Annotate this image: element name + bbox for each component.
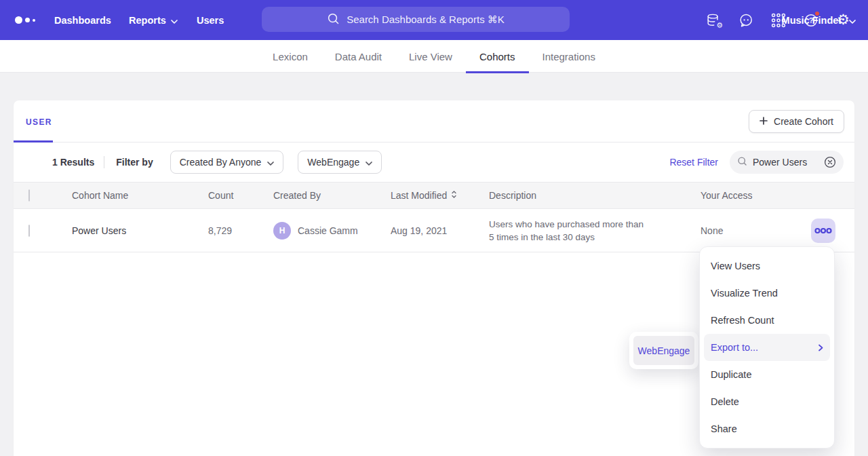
tab-lexicon[interactable]: Lexicon: [273, 40, 308, 73]
cohort-type-header: USER Create Cohort: [14, 100, 854, 142]
tab-live-view[interactable]: Live View: [409, 40, 452, 73]
messages-icon[interactable]: [738, 12, 753, 28]
tab-data-audit[interactable]: Data Audit: [335, 40, 382, 73]
menu-item-refresh-count[interactable]: Refresh Count: [700, 307, 834, 334]
created-by-filter-dropdown[interactable]: Created By Anyone: [170, 151, 284, 174]
export-to-label: Export to...: [711, 342, 758, 353]
database-settings-icon[interactable]: ⚙: [705, 12, 721, 28]
menu-item-duplicate[interactable]: Duplicate: [700, 361, 834, 388]
created-by-cell: H Cassie Gamm: [259, 222, 376, 240]
avatar: H: [273, 222, 291, 240]
create-cohort-label: Create Cohort: [774, 116, 833, 127]
mini-gear-icon: ⚙: [715, 21, 724, 30]
results-count: 1 Results: [52, 157, 94, 168]
reset-filter-link[interactable]: Reset Filter: [669, 157, 718, 168]
search-icon: [737, 156, 747, 169]
tab-user-cohorts[interactable]: USER: [26, 117, 52, 127]
account-name: Music Finder: [782, 15, 842, 26]
create-cohort-button[interactable]: Create Cohort: [749, 110, 844, 133]
nav-dashboards[interactable]: Dashboards: [54, 0, 111, 40]
row-checkbox[interactable]: [28, 225, 30, 237]
menu-item-delete[interactable]: Delete: [700, 388, 834, 415]
nav-dashboards-label: Dashboards: [54, 15, 111, 26]
tab-integrations[interactable]: Integrations: [542, 40, 595, 73]
cohort-search-input[interactable]: Power Users: [730, 151, 844, 174]
column-header-description: Description: [475, 190, 673, 201]
table-header-row: Cohort Name Count Created By Last Modifi…: [14, 182, 854, 209]
export-to-submenu: WebEngage: [629, 332, 698, 369]
global-search-input[interactable]: Search Dashboards & Reports ⌘K: [262, 7, 570, 32]
menu-item-view-users[interactable]: View Users: [700, 252, 834, 280]
nav-reports[interactable]: Reports: [129, 0, 178, 40]
nav-users-label: Users: [197, 15, 224, 26]
menu-item-export-to[interactable]: Export to...: [704, 334, 830, 361]
created-by-filter-value: Created By Anyone: [180, 157, 262, 168]
sort-icon: [451, 190, 457, 201]
top-navigation: Dashboards Reports Users Search Dashboar…: [0, 0, 868, 40]
chevron-down-icon: [366, 157, 372, 168]
nav-reports-label: Reports: [129, 15, 166, 26]
webengage-filter-dropdown[interactable]: WebEngage: [298, 151, 382, 174]
mixpanel-logo[interactable]: [15, 0, 35, 40]
clear-search-icon[interactable]: [824, 156, 836, 168]
webengage-filter-value: WebEngage: [307, 157, 359, 168]
column-header-cohort-name: Cohort Name: [58, 190, 194, 201]
last-modified-label: Last Modified: [391, 190, 447, 201]
select-all-checkbox[interactable]: [28, 189, 30, 202]
submenu-item-webengage[interactable]: WebEngage: [633, 336, 694, 365]
chevron-down-icon: [267, 157, 274, 168]
cohort-actions-menu: View Users Visualize Trend Refresh Count…: [699, 246, 835, 449]
tab-cohorts[interactable]: Cohorts: [479, 40, 515, 73]
column-header-count: Count: [194, 190, 259, 201]
filter-toolbar-right: Reset Filter Power Users: [669, 151, 844, 174]
nav-users[interactable]: Users: [197, 0, 224, 40]
row-more-actions-button[interactable]: [811, 218, 835, 243]
last-modified-cell: Aug 19, 2021: [376, 225, 475, 236]
cohort-name-cell[interactable]: Power Users: [58, 225, 194, 236]
menu-item-visualize-trend[interactable]: Visualize Trend: [700, 280, 834, 307]
description-cell: Users who have purchased more than 5 tim…: [475, 218, 673, 244]
filter-toolbar: 1 Results Filter by Created By Anyone We…: [14, 142, 854, 182]
data-management-tabs: Lexicon Data Audit Live View Cohorts Int…: [0, 40, 868, 73]
divider: [104, 156, 104, 168]
chevron-right-icon: [818, 344, 823, 352]
count-cell: 8,729: [194, 225, 259, 236]
global-search-placeholder: Search Dashboards & Reports ⌘K: [347, 14, 505, 26]
created-by-name: Cassie Gamm: [298, 225, 358, 236]
chevron-down-icon: [849, 15, 856, 26]
plus-icon: [760, 116, 768, 127]
column-header-last-modified[interactable]: Last Modified: [376, 190, 475, 201]
column-header-your-access: Your Access: [673, 190, 854, 201]
search-icon: [327, 12, 340, 27]
filter-by-label: Filter by: [116, 157, 153, 168]
menu-item-share[interactable]: Share: [700, 415, 834, 442]
cohort-search-value: Power Users: [753, 157, 807, 168]
account-switcher[interactable]: Music Finder: [782, 0, 856, 40]
chevron-down-icon: [171, 15, 178, 26]
column-header-created-by: Created By: [259, 190, 376, 201]
